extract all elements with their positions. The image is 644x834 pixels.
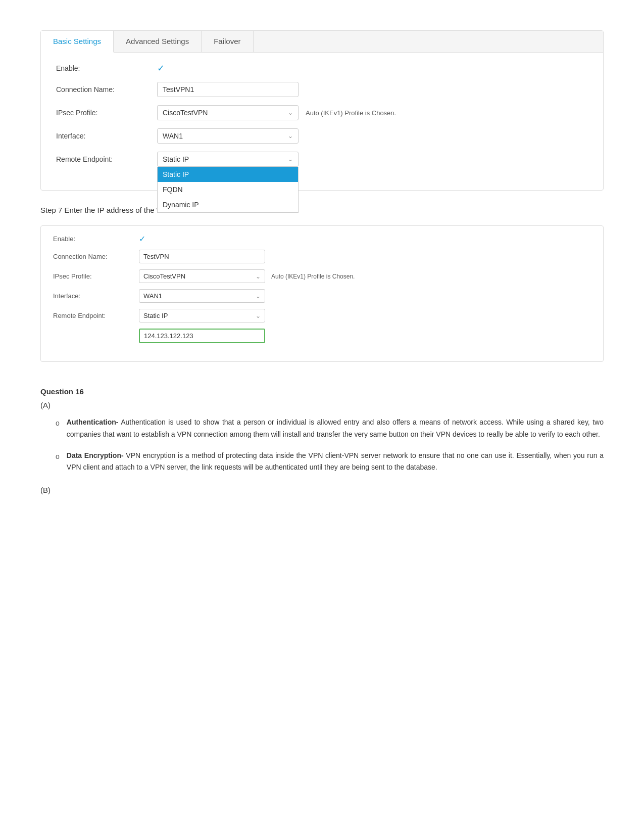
connection-name-input[interactable] — [157, 82, 299, 97]
p2-connection-name-label: Connection Name: — [53, 253, 139, 260]
p2-interface-label: Interface: — [53, 292, 139, 300]
remote-endpoint-select[interactable]: Static IP ⌄ — [157, 152, 299, 167]
p2-ipsec-row: IPsec Profile: CiscoTestVPN ⌄ Auto (IKEv… — [53, 269, 591, 283]
p2-ipsec-chevron-icon: ⌄ — [256, 273, 261, 280]
p2-enable-label: Enable: — [53, 235, 139, 243]
bullet-text-2: VPN encryption is a method of protecting… — [67, 451, 604, 472]
enable-label: Enable: — [56, 64, 157, 72]
connection-name-row: Connection Name: — [56, 82, 588, 97]
remote-endpoint-chevron-icon: ⌄ — [288, 156, 293, 163]
panel2: Enable: ✓ Connection Name: IPsec Profile… — [40, 225, 604, 362]
p2-ipsec-label: IPsec Profile: — [53, 272, 139, 280]
ipsec-label: IPsec Profile: — [56, 109, 157, 117]
panel2-body: Enable: ✓ Connection Name: IPsec Profile… — [41, 226, 603, 361]
p2-remote-endpoint-chevron-icon: ⌄ — [256, 312, 261, 319]
list-item: o Data Encryption- VPN encryption is a m… — [56, 450, 604, 474]
p2-connection-name-input[interactable] — [139, 250, 265, 263]
dropdown-item-dynamic-ip[interactable]: Dynamic IP — [158, 197, 298, 212]
connection-name-label: Connection Name: — [56, 85, 157, 94]
question-sub-a: (A) — [40, 401, 604, 409]
p2-remote-endpoint-value: Static IP — [143, 312, 168, 319]
p2-ip-row — [53, 329, 591, 343]
ipsec-select[interactable]: CiscoTestVPN ⌄ — [157, 105, 299, 120]
p2-interface-select[interactable]: WAN1 ⌄ — [139, 289, 265, 303]
bullet-content-1: Authentication- Authentication is used t… — [67, 416, 604, 441]
bullet-label-1: Authentication- — [67, 418, 119, 426]
p2-remote-endpoint-row: Remote Endpoint: Static IP ⌄ — [53, 309, 591, 322]
ipsec-helper: Auto (IKEv1) Profile is Chosen. — [306, 109, 396, 117]
remote-endpoint-menu: Static IP FQDN Dynamic IP — [157, 167, 299, 213]
list-item: o Authentication- Authentication is used… — [56, 416, 604, 441]
question-sub-b: (B) — [40, 486, 604, 494]
panel1: Basic Settings Advanced Settings Failove… — [40, 30, 604, 191]
tab-bar: Basic Settings Advanced Settings Failove… — [41, 31, 603, 53]
p2-ipsec-helper: Auto (IKEv1) Profile is Chosen. — [271, 273, 355, 280]
remote-endpoint-row: Remote Endpoint: Static IP ⌄ Static IP F… — [56, 152, 588, 167]
p2-ip-input[interactable] — [139, 329, 265, 343]
tab-advanced-settings[interactable]: Advanced Settings — [114, 31, 202, 52]
ipsec-value: CiscoTestVPN — [163, 109, 208, 117]
bullet-content-2: Data Encryption- VPN encryption is a met… — [67, 450, 604, 474]
enable-row: Enable: ✓ — [56, 63, 588, 74]
enable-checkbox[interactable]: ✓ — [157, 63, 165, 74]
remote-endpoint-value: Static IP — [163, 155, 189, 163]
remote-endpoint-dropdown-wrapper: Static IP ⌄ Static IP FQDN Dynamic IP — [157, 152, 299, 167]
p2-interface-row: Interface: WAN1 ⌄ — [53, 289, 591, 303]
tab-failover[interactable]: Failover — [202, 31, 253, 52]
interface-row: Interface: WAN1 ⌄ — [56, 128, 588, 144]
dropdown-item-static-ip[interactable]: Static IP — [158, 167, 298, 182]
step-text: Step 7 Enter the IP address of the WAN i… — [40, 206, 604, 214]
p2-connection-name-row: Connection Name: — [53, 250, 591, 263]
interface-select[interactable]: WAN1 ⌄ — [157, 128, 299, 144]
p2-ipsec-value: CiscoTestVPN — [143, 272, 185, 280]
interface-chevron-icon: ⌄ — [288, 132, 293, 140]
dropdown-item-fqdn[interactable]: FQDN — [158, 182, 298, 197]
p2-remote-endpoint-label: Remote Endpoint: — [53, 312, 139, 319]
bullet-dot-2: o — [56, 451, 60, 463]
bullet-dot-1: o — [56, 418, 60, 430]
question-section: Question 16 (A) o Authentication- Authen… — [40, 387, 604, 494]
ipsec-chevron-icon: ⌄ — [288, 109, 293, 116]
interface-value: WAN1 — [163, 132, 183, 140]
panel1-body: Enable: ✓ Connection Name: IPsec Profile… — [41, 53, 603, 190]
remote-endpoint-label: Remote Endpoint: — [56, 155, 157, 163]
tab-basic-settings[interactable]: Basic Settings — [41, 31, 114, 53]
interface-label: Interface: — [56, 132, 157, 140]
ipsec-row: IPsec Profile: CiscoTestVPN ⌄ Auto (IKEv… — [56, 105, 588, 120]
p2-enable-checkbox[interactable]: ✓ — [139, 234, 145, 244]
bullet-list: o Authentication- Authentication is used… — [56, 416, 604, 474]
p2-interface-value: WAN1 — [143, 292, 162, 300]
p2-interface-chevron-icon: ⌄ — [256, 293, 261, 300]
question-title: Question 16 — [40, 387, 604, 396]
p2-enable-row: Enable: ✓ — [53, 234, 591, 244]
bullet-label-2: Data Encryption- — [67, 451, 124, 459]
p2-remote-endpoint-select[interactable]: Static IP ⌄ — [139, 309, 265, 322]
p2-ipsec-select[interactable]: CiscoTestVPN ⌄ — [139, 269, 265, 283]
bullet-text-1: Authentication is used to show that a pe… — [67, 418, 604, 438]
